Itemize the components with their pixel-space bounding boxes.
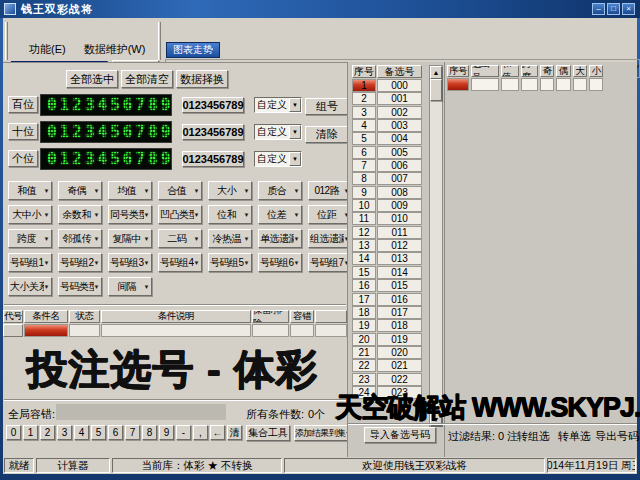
digit-value-field[interactable]: 0123456789 bbox=[182, 124, 244, 140]
numpad-button[interactable]: 4 bbox=[74, 425, 89, 440]
candidate-row[interactable]: 8 007 bbox=[352, 172, 422, 185]
candidate-row[interactable]: 21 020 bbox=[352, 346, 422, 359]
condition-button[interactable]: 质合 ▼ bbox=[258, 181, 302, 200]
import-candidates-button[interactable]: 导入备选号码 bbox=[364, 427, 436, 443]
numpad-button[interactable]: 2 bbox=[40, 425, 55, 440]
condition-button[interactable]: 奇偶 ▼ bbox=[58, 181, 102, 200]
mode-dropdown[interactable]: 自定义▼ bbox=[254, 97, 302, 113]
restore-button[interactable]: □ bbox=[607, 3, 620, 15]
condition-button[interactable]: 同号类型 ▼ bbox=[108, 205, 152, 224]
candidate-row[interactable]: 13 012 bbox=[352, 239, 422, 252]
condition-table-cell[interactable] bbox=[3, 324, 23, 337]
menu-item[interactable]: 数据维护(W) bbox=[84, 42, 146, 57]
condition-button[interactable]: 邻孤传 ▼ bbox=[58, 229, 102, 248]
toolbar-grip[interactable] bbox=[158, 22, 161, 60]
condition-button[interactable]: 位和 ▼ bbox=[208, 205, 252, 224]
candidate-row[interactable]: 9 008 bbox=[352, 186, 422, 199]
candidate-row[interactable]: 7 006 bbox=[352, 159, 422, 172]
led-number-display[interactable]: 0123456789 bbox=[40, 121, 172, 143]
numpad-button[interactable]: 7 bbox=[125, 425, 140, 440]
condition-table-cell[interactable] bbox=[252, 324, 289, 337]
numpad-button[interactable]: ← bbox=[210, 425, 225, 440]
condition-button[interactable]: 号码类型 ▼ bbox=[58, 277, 102, 296]
minimize-button[interactable]: – bbox=[592, 3, 605, 15]
numpad-button[interactable]: 5 bbox=[91, 425, 106, 440]
candidate-row[interactable]: 17 016 bbox=[352, 293, 422, 306]
numpad-button[interactable]: , bbox=[193, 425, 208, 440]
toolbar-grip[interactable] bbox=[5, 22, 8, 60]
condition-table-cell[interactable] bbox=[69, 324, 100, 337]
condition-button[interactable]: 号码组1 ▼ bbox=[8, 253, 52, 272]
condition-button[interactable]: 复隔中 ▼ bbox=[108, 229, 152, 248]
condition-button[interactable]: 冷热温 ▼ bbox=[208, 229, 252, 248]
numpad-button[interactable]: 6 bbox=[108, 425, 123, 440]
candidate-scrollbar[interactable]: ▲ ▼ bbox=[429, 65, 443, 427]
condition-button[interactable]: 和值 ▼ bbox=[8, 181, 52, 200]
condition-button[interactable]: 号码组5 ▼ bbox=[208, 253, 252, 272]
numpad-button[interactable]: 清 bbox=[227, 425, 242, 440]
led-number-display[interactable]: 0123456789 bbox=[40, 94, 172, 116]
scroll-up-icon[interactable]: ▲ bbox=[430, 66, 442, 79]
chevron-down-icon[interactable]: ▼ bbox=[289, 98, 301, 112]
condition-button[interactable]: 大小 ▼ bbox=[208, 181, 252, 200]
selection-action-button[interactable]: 全部选中 bbox=[66, 70, 118, 88]
candidate-row[interactable]: 18 017 bbox=[352, 306, 422, 319]
selection-action-button[interactable]: 全部清空 bbox=[121, 70, 173, 88]
candidate-row[interactable]: 16 015 bbox=[352, 279, 422, 292]
condition-button[interactable]: 大小关系 ▼ bbox=[8, 277, 52, 296]
numpad-button[interactable]: 9 bbox=[159, 425, 174, 440]
candidate-row[interactable]: 1 000 bbox=[352, 79, 422, 92]
numpad-button[interactable]: 0 bbox=[6, 425, 21, 440]
condition-button[interactable]: 012路 ▼ bbox=[308, 181, 352, 200]
candidate-row[interactable]: 11 010 bbox=[352, 212, 422, 225]
mode-dropdown[interactable]: 自定义▼ bbox=[254, 151, 302, 167]
digit-position-button[interactable]: 百位 bbox=[8, 96, 38, 113]
candidate-row[interactable]: 3 002 bbox=[352, 106, 422, 119]
global-tolerance-input[interactable] bbox=[56, 404, 226, 420]
condition-button[interactable]: 二码 ▼ bbox=[158, 229, 202, 248]
mode-dropdown[interactable]: 自定义▼ bbox=[254, 124, 302, 140]
scrollbar-thumb[interactable] bbox=[430, 79, 442, 101]
candidate-row[interactable]: 2 001 bbox=[352, 92, 422, 105]
condition-button[interactable]: 号码组3 ▼ bbox=[108, 253, 152, 272]
close-button[interactable]: × bbox=[622, 3, 635, 15]
numpad-button[interactable]: 3 bbox=[57, 425, 72, 440]
condition-table-cell[interactable] bbox=[315, 324, 347, 337]
condition-button[interactable]: 大中小 ▼ bbox=[8, 205, 52, 224]
set-tool-button[interactable]: 集合工具 bbox=[246, 425, 290, 441]
condition-button[interactable]: 合值 ▼ bbox=[158, 181, 202, 200]
candidate-row[interactable]: 14 013 bbox=[352, 252, 422, 265]
condition-button[interactable]: 位距 ▼ bbox=[308, 205, 352, 224]
digit-position-button[interactable]: 个位 bbox=[8, 150, 38, 167]
candidate-row[interactable]: 5 004 bbox=[352, 132, 422, 145]
condition-button[interactable]: 跨度 ▼ bbox=[8, 229, 52, 248]
candidate-row[interactable]: 19 018 bbox=[352, 319, 422, 332]
condition-table-cell[interactable] bbox=[290, 324, 314, 337]
candidate-row[interactable]: 20 019 bbox=[352, 333, 422, 346]
condition-button[interactable]: 位差 ▼ bbox=[258, 205, 302, 224]
condition-button[interactable]: 凹凸类型 ▼ bbox=[158, 205, 202, 224]
group-number-button[interactable]: 组号 bbox=[305, 98, 349, 115]
digit-value-field[interactable]: 0123456789 bbox=[182, 97, 244, 113]
chevron-down-icon[interactable]: ▼ bbox=[289, 125, 301, 139]
add-result-to-set-button[interactable]: 添加结果到集合 bbox=[294, 425, 355, 441]
condition-button[interactable]: 均值 ▼ bbox=[108, 181, 152, 200]
candidate-row[interactable]: 22 021 bbox=[352, 359, 422, 372]
condition-button[interactable]: 余数和 ▼ bbox=[58, 205, 102, 224]
numpad-button[interactable]: 8 bbox=[142, 425, 157, 440]
condition-button[interactable]: 号码组2 ▼ bbox=[58, 253, 102, 272]
condition-button[interactable]: 号码组6 ▼ bbox=[258, 253, 302, 272]
condition-button[interactable]: 号码组4 ▼ bbox=[158, 253, 202, 272]
numpad-button[interactable]: 1 bbox=[23, 425, 38, 440]
candidate-row[interactable]: 12 011 bbox=[352, 226, 422, 239]
export-numbers-action[interactable]: 导出号码 bbox=[595, 429, 639, 444]
numpad-button[interactable]: - bbox=[176, 425, 191, 440]
led-number-display[interactable]: 0123456789 bbox=[40, 148, 172, 170]
condition-table-cell[interactable] bbox=[24, 324, 68, 337]
candidate-row[interactable]: 10 009 bbox=[352, 199, 422, 212]
candidate-row[interactable]: 4 003 bbox=[352, 119, 422, 132]
candidate-row[interactable]: 23 022 bbox=[352, 373, 422, 386]
selection-action-button[interactable]: 数据择换 bbox=[176, 70, 228, 88]
candidate-row[interactable]: 6 005 bbox=[352, 146, 422, 159]
digit-value-field[interactable]: 0123456789 bbox=[182, 151, 244, 167]
